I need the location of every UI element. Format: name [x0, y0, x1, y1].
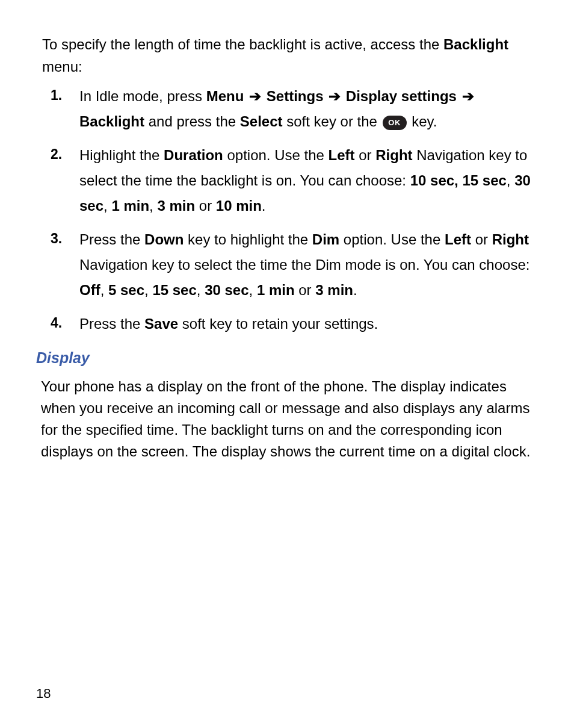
- text: and press the: [144, 113, 240, 129]
- text: ,: [197, 282, 205, 298]
- arrow-icon: ➔: [245, 88, 265, 104]
- bold-text: 30 sec: [205, 282, 248, 298]
- text: or: [295, 282, 316, 298]
- bold-text: Backlight: [79, 113, 144, 129]
- bold-text: Right: [375, 147, 412, 163]
- bold-text: Settings: [267, 88, 324, 104]
- step-content: Press the Down key to highlight the Dim …: [79, 227, 538, 303]
- text: ,: [144, 282, 152, 298]
- text: or: [471, 231, 492, 247]
- bold-text: Down: [144, 231, 184, 247]
- arrow-icon: ➔: [458, 88, 474, 104]
- bold-text: 3 min: [315, 282, 353, 298]
- step-number: 3.: [51, 227, 79, 303]
- bold-text: Duration: [164, 147, 223, 163]
- bold-text: Save: [144, 316, 178, 332]
- text: Press the: [79, 231, 144, 247]
- text: soft key or the: [283, 113, 381, 129]
- intro-pre: To specify the length of time the backli…: [42, 36, 443, 52]
- bold-text: 1 min: [111, 198, 149, 214]
- bold-text: Display settings: [346, 88, 457, 104]
- text: key to highlight the: [184, 231, 312, 247]
- step-1: 1.In Idle mode, press Menu ➔ Settings ➔ …: [51, 84, 538, 134]
- step-content: Highlight the Duration option. Use the L…: [79, 143, 538, 219]
- bold-text: 15 sec: [152, 282, 196, 298]
- bold-text: 10 min: [216, 198, 262, 214]
- text: option. Use the: [339, 231, 445, 247]
- text: key.: [408, 113, 437, 129]
- step-2: 2.Highlight the Duration option. Use the…: [51, 143, 538, 219]
- text: option. Use the: [223, 147, 329, 163]
- step-number: 1.: [51, 84, 79, 134]
- text: soft key to retain your settings.: [178, 316, 378, 332]
- step-3: 3.Press the Down key to highlight the Di…: [51, 227, 538, 303]
- intro-post: menu:: [42, 58, 82, 75]
- bold-text: Select: [240, 113, 283, 129]
- bold-text: Menu: [206, 88, 244, 104]
- bold-text: 5 sec: [108, 282, 144, 298]
- section-heading-display: Display: [36, 346, 538, 370]
- bold-text: Right: [492, 231, 529, 247]
- text: ,: [249, 282, 257, 298]
- steps-list: 1.In Idle mode, press Menu ➔ Settings ➔ …: [51, 84, 538, 337]
- bold-text: 10 sec, 15 sec: [410, 172, 507, 188]
- text: or: [355, 147, 376, 163]
- text: ,: [103, 198, 111, 214]
- text: Press the: [79, 316, 144, 332]
- step-content: Press the Save soft key to retain your s…: [79, 311, 538, 337]
- intro-bold: Backlight: [443, 36, 508, 52]
- step-number: 2.: [51, 143, 79, 219]
- bold-text: 1 min: [257, 282, 295, 298]
- text: .: [353, 282, 357, 298]
- step-content: In Idle mode, press Menu ➔ Settings ➔ Di…: [79, 84, 538, 134]
- text: ,: [100, 282, 108, 298]
- text: Navigation key to select the time the Di…: [79, 257, 529, 273]
- text: In Idle mode, press: [79, 88, 206, 104]
- step-4: 4.Press the Save soft key to retain your…: [51, 311, 538, 337]
- bold-text: Off: [79, 282, 100, 298]
- page-number: 18: [36, 683, 51, 704]
- text: Highlight the: [79, 147, 164, 163]
- bold-text: Dim: [312, 231, 339, 247]
- text: .: [262, 198, 266, 214]
- intro-paragraph: To specify the length of time the backli…: [42, 33, 538, 78]
- display-paragraph: Your phone has a display on the front of…: [41, 376, 538, 462]
- bold-text: Left: [445, 231, 471, 247]
- arrow-icon: ➔: [324, 88, 344, 104]
- text: or: [195, 198, 216, 214]
- bold-text: 3 min: [157, 198, 195, 214]
- text: ,: [507, 172, 514, 188]
- step-number: 4.: [51, 311, 79, 337]
- text: ,: [149, 198, 157, 214]
- bold-text: Left: [329, 147, 355, 163]
- ok-key-icon: OK: [383, 116, 407, 130]
